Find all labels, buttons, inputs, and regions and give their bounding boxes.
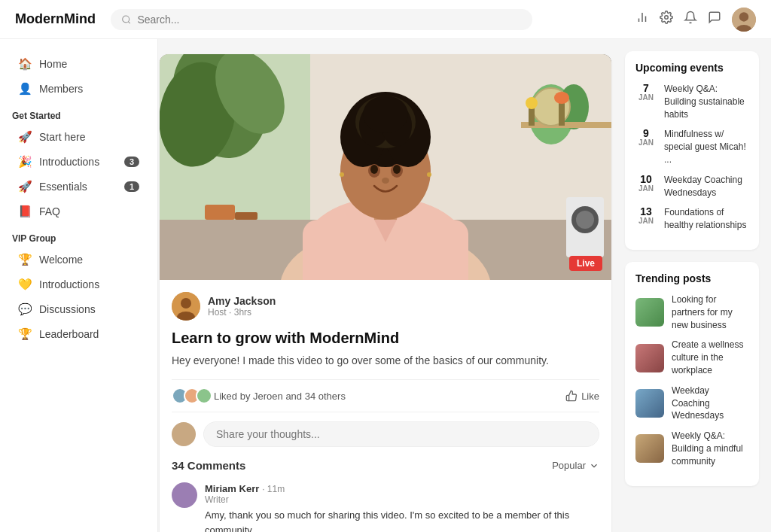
sidebar-item-start-here[interactable]: 🚀 Start here [6, 125, 151, 149]
sidebar-item-vip-discussions[interactable]: 💬 Discussions [6, 297, 151, 321]
bell-icon[interactable] [684, 11, 697, 28]
trending-item-2[interactable]: Weekday Coaching Wednesdays [635, 385, 748, 422]
sidebar-label-faq: FAQ [39, 205, 139, 217]
members-icon: 👤 [18, 82, 32, 96]
event-day-3: 13 [635, 206, 657, 217]
video-thumbnail [160, 54, 611, 280]
likes-text: Liked by Jeroen and 34 others [214, 391, 346, 402]
svg-point-1 [665, 16, 669, 20]
comments-header: 34 Comments Popular [172, 459, 599, 472]
commenter-time: · 11m [262, 484, 285, 494]
sort-dropdown[interactable]: Popular [552, 460, 599, 471]
likes-avatars [172, 388, 208, 404]
trending-item-0[interactable]: Looking for partners for my new business [635, 293, 748, 331]
event-title-3: Foundations of healthy relationships [664, 206, 748, 232]
user-avatar[interactable] [732, 8, 756, 32]
commenter-avatar [172, 482, 197, 508]
liker-avatar-3 [196, 388, 212, 404]
analytics-icon[interactable] [635, 11, 649, 28]
event-title-0: Weekly Q&A: Building sustainable habits [664, 83, 748, 120]
video-post-card: Live Amy Jac [160, 54, 611, 532]
chat-icon[interactable] [708, 11, 721, 28]
event-item-0[interactable]: 7 JAN Weekly Q&A: Building sustainable h… [635, 83, 748, 120]
event-item-2[interactable]: 10 JAN Weekday Coaching Wednesdays [635, 174, 748, 199]
svg-point-3 [739, 12, 748, 21]
trending-thumb-1 [635, 344, 664, 372]
post-content: Amy Jackson Host · 3hrs Learn to grow wi… [160, 280, 611, 532]
sidebar: 🏠 Home 👤 Members Get Started 🚀 Start her… [0, 39, 158, 532]
vip-introductions-icon: 💛 [18, 278, 32, 291]
svg-rect-13 [235, 212, 258, 220]
search-bar[interactable] [111, 9, 532, 30]
get-started-section-title: Get Started [0, 102, 157, 124]
post-likes-row: Liked by Jeroen and 34 others Like [172, 379, 599, 412]
author-meta: Host · 3hrs [208, 307, 599, 318]
event-date-3: 13 JAN [635, 206, 657, 225]
svg-rect-43 [559, 103, 565, 126]
faq-icon: 📕 [18, 205, 32, 218]
sidebar-item-vip-introductions[interactable]: 💛 Introductions [6, 272, 151, 296]
author-info: Amy Jackson Host · 3hrs [208, 295, 599, 318]
vip-group-section-title: VIP Group [0, 224, 157, 247]
sidebar-label-start-here: Start here [39, 131, 139, 143]
sidebar-label-introductions: Introductions [39, 156, 117, 168]
svg-point-37 [393, 165, 401, 174]
header: ModernMind [0, 0, 771, 39]
video-wrapper[interactable]: Live [160, 54, 611, 280]
sidebar-label-vip-discussions: Discussions [39, 303, 139, 315]
sidebar-item-introductions[interactable]: 🎉 Introductions 3 [6, 150, 151, 174]
commenter-role: Writer [205, 494, 599, 505]
comment-body: Miriam Kerr · 11m Writer Amy, thank you … [205, 482, 599, 532]
event-item-1[interactable]: 9 JAN Mindfulness w/ special guest Micah… [635, 128, 748, 166]
start-here-icon: 🚀 [18, 130, 32, 144]
svg-point-42 [526, 97, 538, 109]
trending-post-title-3: Weekly Q&A: Building a mindful community [672, 430, 748, 467]
chevron-down-icon [589, 461, 599, 471]
essentials-icon: 🚀 [18, 180, 32, 193]
introductions-badge: 3 [124, 157, 139, 167]
event-day-0: 7 [635, 83, 657, 93]
vip-leaderboard-icon: 🏆 [18, 327, 32, 341]
events-title: Upcoming events [635, 62, 748, 74]
sidebar-label-vip-leaderboard: Leaderboard [39, 328, 139, 340]
trending-thumb-2 [635, 389, 664, 418]
header-icons [635, 8, 756, 32]
event-title-1: Mindfulness w/ special guest Micah! ... [664, 128, 748, 166]
svg-point-36 [370, 165, 378, 174]
event-month-2: JAN [635, 184, 657, 193]
svg-point-40 [427, 172, 431, 177]
main-content: Live Amy Jac [158, 39, 613, 532]
like-button-label: Like [581, 391, 599, 402]
svg-point-33 [363, 96, 408, 133]
trending-item-3[interactable]: Weekly Q&A: Building a mindful community [635, 430, 748, 467]
sidebar-item-home[interactable]: 🏠 Home [6, 52, 151, 76]
event-day-2: 10 [635, 174, 657, 184]
logo: ModernMind [15, 11, 96, 27]
search-input[interactable] [137, 14, 522, 26]
gear-icon[interactable] [660, 11, 673, 28]
comments-count: 34 Comments [172, 459, 245, 472]
main-layout: 🏠 Home 👤 Members Get Started 🚀 Start her… [0, 39, 771, 532]
sidebar-item-vip-leaderboard[interactable]: 🏆 Leaderboard [6, 322, 151, 346]
comment-input-row [172, 421, 599, 447]
sidebar-item-members[interactable]: 👤 Members [6, 77, 151, 101]
svg-point-0 [123, 15, 130, 22]
sidebar-item-faq[interactable]: 📕 FAQ [6, 199, 151, 223]
like-button[interactable]: Like [565, 390, 599, 402]
trending-item-1[interactable]: Create a wellness culture in the workpla… [635, 339, 748, 376]
trending-thumb-0 [635, 298, 664, 327]
svg-rect-12 [205, 205, 235, 220]
event-title-2: Weekday Coaching Wednesdays [664, 174, 748, 199]
author-avatar [172, 292, 200, 321]
svg-point-39 [340, 172, 344, 177]
event-day-1: 9 [635, 128, 657, 138]
trending-post-title-0: Looking for partners for my new business [672, 293, 748, 331]
event-month-0: JAN [635, 93, 657, 102]
trending-widget: Trending posts Looking for partners for … [625, 262, 759, 486]
comment-input[interactable] [203, 421, 599, 447]
sidebar-item-vip-welcome[interactable]: 🏆 Welcome [6, 248, 151, 272]
sort-label: Popular [552, 460, 586, 471]
svg-rect-41 [529, 107, 535, 126]
event-item-3[interactable]: 13 JAN Foundations of healthy relationsh… [635, 206, 748, 232]
sidebar-item-essentials[interactable]: 🚀 Essentials 1 [6, 175, 151, 199]
